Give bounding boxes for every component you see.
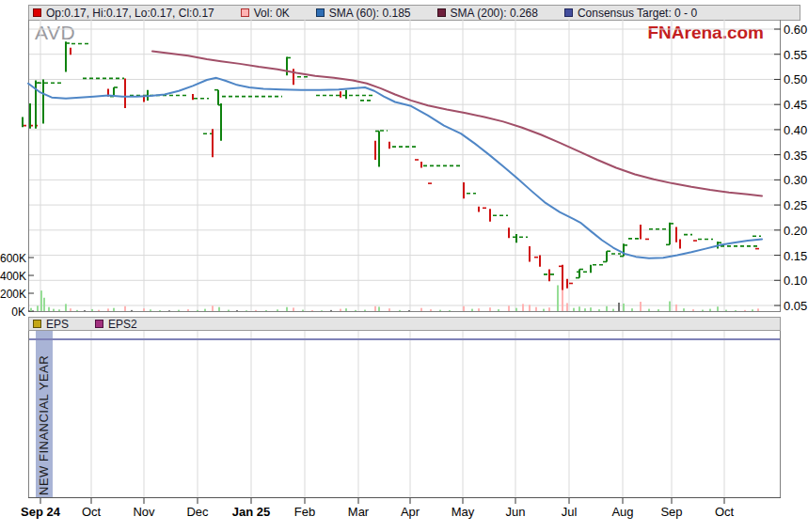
volume-bar <box>535 307 537 311</box>
volume-bar <box>648 309 650 311</box>
volume-bar <box>683 308 685 311</box>
volume-axis-label: 600K <box>0 252 25 265</box>
volume-bar <box>522 304 524 311</box>
volume-bar <box>548 307 550 311</box>
volume-bar <box>91 309 93 311</box>
volume-bar <box>735 310 737 311</box>
volume-bar <box>340 309 341 311</box>
price-axis-label: 0.40 <box>784 123 807 137</box>
volume-bar <box>40 290 42 311</box>
volume-bar <box>58 309 60 311</box>
volume-bar <box>48 307 50 311</box>
volume-bar <box>293 307 294 311</box>
volume-bar <box>566 303 568 311</box>
sma200-line <box>152 52 762 196</box>
price-axis-label: 0.05 <box>784 299 807 313</box>
eps-legend-bar: EPSEPS2 <box>28 317 781 331</box>
new-financial-year-annotation: NEW FINANCIAL YEAR <box>35 334 53 495</box>
volume-bar <box>204 309 206 311</box>
date-axis-label: Apr <box>384 505 436 519</box>
volume-bar <box>159 310 161 311</box>
volume-bar <box>43 298 45 311</box>
volume-bar <box>669 302 671 311</box>
volume-bar <box>107 308 109 311</box>
volume-bar <box>65 304 67 311</box>
volume-bar <box>573 308 575 311</box>
volume-bar <box>228 310 230 311</box>
volume-bar <box>606 306 608 311</box>
volume-bar <box>529 305 531 311</box>
volume-bar <box>388 308 390 311</box>
date-axis-label: Jul <box>543 505 595 519</box>
volume-bar <box>717 306 719 311</box>
date-axis-label: Aug <box>596 505 649 519</box>
volume-bar <box>584 308 586 311</box>
volume-bar <box>330 310 332 311</box>
volume-bar <box>623 304 625 311</box>
legend-swatch-icon <box>437 8 446 17</box>
legend-label: SMA (200): 0.268 <box>451 7 538 20</box>
price-axis-label: 0.15 <box>784 249 807 263</box>
legend-swatch-icon <box>95 320 103 328</box>
volume-bar <box>508 305 510 311</box>
volume-bar <box>612 309 614 311</box>
legend-label: EPS <box>46 318 69 331</box>
volume-bar <box>364 310 366 311</box>
volume-bar <box>98 310 100 311</box>
legend-label: Op:0.17, Hi:0.17, Lo:0.17, Cl:0.17 <box>46 7 214 20</box>
volume-bar <box>37 305 39 311</box>
volume-bar <box>702 310 704 311</box>
volume-bar <box>178 310 180 311</box>
volume-bar <box>53 309 55 311</box>
volume-bar <box>498 309 499 311</box>
volume-bar <box>218 307 220 311</box>
date-axis-label: Sep <box>645 505 698 519</box>
volume-bar <box>640 302 642 311</box>
legend-item: SMA (200): 0.268 <box>437 7 538 20</box>
legend-item: Op:0.17, Hi:0.17, Lo:0.17, Cl:0.17 <box>33 7 214 20</box>
legend-swatch-icon <box>33 8 41 17</box>
volume-bar <box>277 309 278 311</box>
volume-bar <box>143 308 145 311</box>
legend-swatch-icon <box>316 8 325 17</box>
volume-axis-label: 0K <box>0 305 25 319</box>
date-axis-label: Feb <box>278 505 331 519</box>
legend-swatch-icon <box>33 320 41 328</box>
legend-swatch-icon <box>564 8 573 17</box>
volume-bar <box>246 310 247 311</box>
eps-chart <box>28 331 781 505</box>
volume-bar <box>378 306 380 311</box>
volume-bar <box>255 310 257 311</box>
price-axis-label: 0.35 <box>784 149 807 163</box>
volume-bar <box>692 309 694 311</box>
date-axis-label: Mar <box>332 505 385 519</box>
legend-item: Vol: 0K <box>241 7 290 20</box>
price-axis-label: 0.50 <box>784 72 807 86</box>
date-axis-label: Oct <box>698 505 751 519</box>
price-chart <box>28 20 781 312</box>
volume-bar <box>124 306 126 311</box>
price-axis-label: 0.45 <box>784 98 807 112</box>
volume-bar <box>557 285 559 311</box>
volume-bar <box>631 308 633 311</box>
volume-bar <box>515 308 517 311</box>
volume-bar <box>265 310 267 311</box>
volume-bar <box>757 308 759 311</box>
volume-bar <box>744 310 746 311</box>
legend-item: EPS <box>33 318 69 331</box>
volume-bar <box>439 310 441 311</box>
volume-bar <box>543 309 545 311</box>
volume-bar <box>408 310 410 311</box>
volume-bar <box>168 310 170 311</box>
volume-bar <box>618 303 620 311</box>
volume-bar <box>70 308 71 311</box>
volume-bar <box>187 309 189 311</box>
legend-swatch-icon <box>241 8 249 17</box>
volume-bar <box>578 306 580 311</box>
date-axis-label: May <box>436 505 489 519</box>
volume-bar <box>489 307 491 311</box>
volume-bar <box>463 306 465 311</box>
volume-bar <box>30 308 32 311</box>
price-legend-bar: Op:0.17, Hi:0.17, Lo:0.17, Cl:0.17Vol: 0… <box>28 5 800 21</box>
fnarena-stock-chart: Op:0.17, Hi:0.17, Lo:0.17, Cl:0.17Vol: 0… <box>0 0 808 532</box>
